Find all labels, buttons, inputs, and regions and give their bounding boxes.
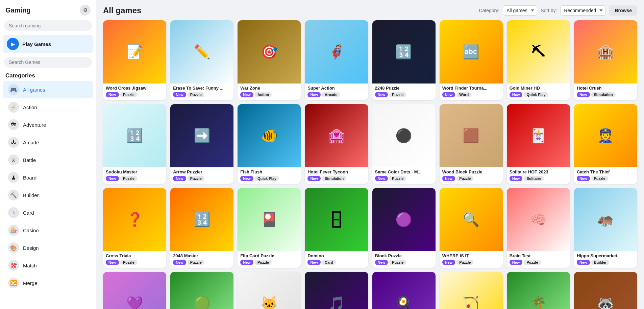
sidebar-item-builder[interactable]: 🔨 Builder: [3, 187, 93, 204]
game-info-1: Word Cross Jigsaw NewPuzzle: [103, 84, 166, 100]
game-name-5: 2248 Puzzle: [375, 86, 433, 91]
sidebar-icon-all-games: 🎮: [8, 84, 19, 95]
game-card-6[interactable]: 🔤 Word Finder Tourna... NewWord: [440, 20, 503, 100]
game-thumbnail-6: 🔤: [440, 20, 503, 84]
game-card-15[interactable]: 🃏 Solitaire HOT 2023 NewSolitaire: [507, 104, 570, 184]
game-thumbnail-1: 📝: [103, 20, 166, 84]
game-info-15: Solitaire HOT 2023 NewSolitaire: [507, 167, 570, 184]
game-thumbnail-17: ❓: [103, 188, 166, 251]
game-tags-14: NewPuzzle: [442, 176, 500, 181]
sidebar-item-board[interactable]: ♟ Board: [3, 169, 93, 186]
tag-puzzle-13: Puzzle: [389, 176, 406, 181]
tag-new-24: New: [577, 260, 590, 265]
game-card-8[interactable]: 🏨 Hotel Crush NewSimulation: [574, 20, 637, 100]
game-card-29[interactable]: 🍳 Row 4 Game E NewPuzzle: [372, 272, 436, 309]
game-tags-2: NewPuzzle: [173, 92, 231, 97]
tag-card-20: Card: [322, 260, 336, 265]
search-games-input[interactable]: [4, 57, 92, 68]
tag-arcade-4: Arcade: [322, 92, 340, 97]
play-games-button[interactable]: ▶ Play Games: [3, 35, 93, 53]
game-thumbnail-2: ✏️: [170, 20, 233, 84]
tag-quick play-11: Quick Play: [255, 176, 279, 181]
game-name-8: Hotel Crush: [577, 86, 635, 91]
game-info-10: Arrow Puzzler NewPuzzle: [170, 167, 233, 184]
game-card-17[interactable]: ❓ Cross Trivia NewPuzzle: [103, 188, 166, 268]
game-tags-15: NewSolitaire: [510, 176, 567, 181]
game-thumbnail-10: ➡️: [170, 104, 233, 167]
game-name-21: Block Puzzle: [375, 253, 433, 258]
game-info-13: Same Color Dots - M... NewPuzzle: [372, 167, 436, 184]
sidebar-item-action[interactable]: ⚡ Action: [3, 99, 93, 116]
game-tags-21: NewPuzzle: [375, 260, 433, 265]
tag-builder-24: Builder: [591, 260, 610, 265]
tag-new-18: New: [173, 260, 186, 265]
game-card-2[interactable]: ✏️ Erase To Save: Funny ... NewPuzzle: [170, 20, 233, 100]
sidebar-item-card[interactable]: 🃏 Card: [3, 204, 93, 221]
game-tags-9: NewPuzzle: [106, 176, 164, 181]
tag-new-5: New: [375, 92, 388, 97]
sidebar-item-match[interactable]: 🎯 Match: [3, 257, 93, 274]
game-card-11[interactable]: 🐠 Fish Flush NewQuick Play: [238, 104, 301, 184]
sidebar-item-design[interactable]: 🎨 Design: [3, 239, 93, 256]
game-name-16: Catch The Thief: [577, 169, 635, 174]
game-card-18[interactable]: 🔢 2048 Master NewPuzzle: [170, 188, 233, 268]
game-card-28[interactable]: 🎵 Row 4 Game D NewPuzzle: [305, 272, 368, 309]
game-tags-8: NewSimulation: [577, 92, 635, 97]
sidebar-icon-adventure: 🗺: [8, 119, 19, 130]
game-thumbnail-4: 🦸: [305, 20, 368, 84]
game-card-21[interactable]: 🟣 Block Puzzle NewPuzzle: [372, 188, 436, 268]
game-info-3: War Zone NewAction: [238, 84, 301, 100]
sidebar-item-all-games[interactable]: 🎮 All games: [3, 81, 93, 98]
game-thumbnail-22: 🔍: [440, 188, 503, 251]
game-card-9[interactable]: 🔢 Sudoku Master NewPuzzle: [103, 104, 166, 184]
game-card-14[interactable]: 🟫 Wood Block Puzzle NewPuzzle: [440, 104, 503, 184]
game-thumbnail-14: 🟫: [440, 104, 503, 167]
sidebar-icon-board: ♟: [8, 172, 19, 183]
main-content: All games Category: All games Action Puz…: [96, 0, 644, 309]
game-card-7[interactable]: ⛏ Gold Miner HD NewQuick Play: [507, 20, 570, 100]
game-card-20[interactable]: 🁣 Domino NewCard: [305, 188, 368, 268]
game-card-3[interactable]: 🎯 War Zone NewAction: [238, 20, 301, 100]
game-card-13[interactable]: ⚫ Same Color Dots - M... NewPuzzle: [372, 104, 436, 184]
game-card-27[interactable]: 🐱 Row 4 Game C NewPuzzle: [238, 272, 301, 309]
tag-new-21: New: [375, 260, 388, 265]
game-card-31[interactable]: 🌴 Row 4 Game G NewPuzzle: [507, 272, 570, 309]
game-card-24[interactable]: 🦛 Hippo Supermarket NewBuilder: [574, 188, 637, 268]
game-card-19[interactable]: 🎴 Flip Card Puzzle NewPuzzle: [238, 188, 301, 268]
game-name-13: Same Color Dots - M...: [375, 169, 433, 174]
browse-button[interactable]: Browse: [609, 5, 637, 16]
game-thumbnail-13: ⚫: [372, 104, 436, 167]
game-card-30[interactable]: 🏹 Row 4 Game F NewPuzzle: [440, 272, 503, 309]
game-card-16[interactable]: 👮 Catch The Thief NewPuzzle: [574, 104, 637, 184]
tag-new-16: New: [577, 176, 590, 181]
game-card-12[interactable]: 🏩 Hotel Fever Tycoon NewSimulation: [305, 104, 368, 184]
game-tags-18: NewPuzzle: [173, 260, 231, 265]
game-card-1[interactable]: 📝 Word Cross Jigsaw NewPuzzle: [103, 20, 166, 100]
game-card-26[interactable]: 🟢 Row 4 Game B NewPuzzle: [170, 272, 233, 309]
game-card-5[interactable]: 🔢 2248 Puzzle NewPuzzle: [372, 20, 436, 100]
category-select[interactable]: All games Action Puzzle: [503, 5, 537, 16]
game-card-4[interactable]: 🦸 Super Action NewArcade: [305, 20, 368, 100]
sortby-label: Sort by:: [541, 8, 557, 13]
gear-button[interactable]: ⚙: [80, 5, 91, 16]
sortby-select[interactable]: Recommended New Popular: [560, 5, 606, 16]
game-card-23[interactable]: 🧠 Brain Test NewPuzzle: [507, 188, 570, 268]
game-info-19: Flip Card Puzzle NewPuzzle: [238, 251, 301, 268]
tag-puzzle-21: Puzzle: [389, 260, 406, 265]
game-tags-1: NewPuzzle: [106, 92, 164, 97]
sidebar-item-merge[interactable]: 🔀 Merge: [3, 275, 93, 291]
sidebar-item-battle[interactable]: ⚔ Battle: [3, 151, 93, 168]
sidebar-item-casino[interactable]: 🎰 Casino: [3, 222, 93, 239]
sidebar-item-arcade[interactable]: 🕹 Arcade: [3, 134, 93, 151]
tag-new-17: New: [106, 260, 119, 265]
gear-icon: ⚙: [83, 7, 88, 13]
tag-puzzle-5: Puzzle: [389, 92, 406, 97]
tag-action-3: Action: [255, 92, 272, 97]
game-card-22[interactable]: 🔍 WHERE IS IT NewPuzzle: [440, 188, 503, 268]
game-tags-13: NewPuzzle: [375, 176, 433, 181]
search-gaming-input[interactable]: [4, 20, 92, 31]
game-card-25[interactable]: 💜 Row 4 Game A NewPuzzle: [103, 272, 166, 309]
game-card-32[interactable]: 🦝 Row 4 Game H NewPuzzle: [574, 272, 637, 309]
sidebar-item-adventure[interactable]: 🗺 Adventure: [3, 116, 93, 133]
game-card-10[interactable]: ➡️ Arrow Puzzler NewPuzzle: [170, 104, 233, 184]
